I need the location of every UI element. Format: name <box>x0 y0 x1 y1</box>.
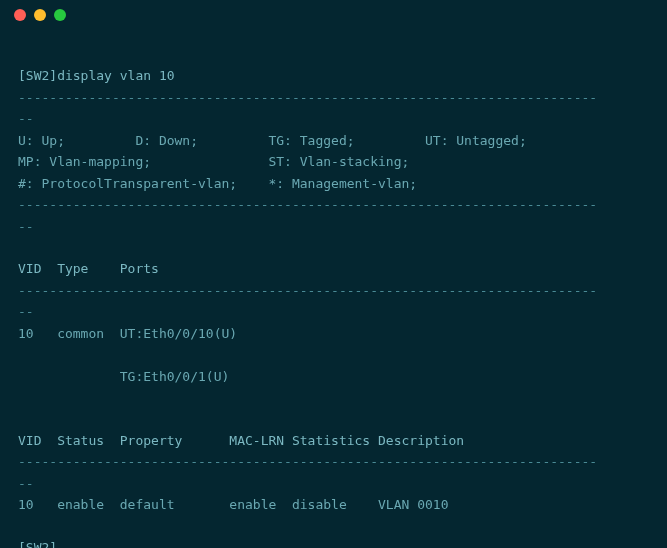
maximize-icon[interactable] <box>54 9 66 21</box>
close-icon[interactable] <box>14 9 26 21</box>
divider-tail: -- <box>18 476 34 491</box>
legend-line-2: MP: Vlan-mapping; ST: Vlan-stacking; <box>18 154 409 169</box>
divider-line: ----------------------------------------… <box>18 197 597 212</box>
table1-header: VID Type Ports <box>18 261 159 276</box>
end-prompt[interactable]: [SW2] <box>18 540 57 548</box>
terminal-window: [SW2]display vlan 10 -------------------… <box>0 0 667 548</box>
terminal-output: [SW2]display vlan 10 -------------------… <box>0 30 667 548</box>
divider-line: ----------------------------------------… <box>18 454 597 469</box>
divider-tail: -- <box>18 219 34 234</box>
command-text: display vlan 10 <box>57 68 174 83</box>
table2-row: 10 enable default enable disable VLAN 00… <box>18 497 448 512</box>
divider-line: ----------------------------------------… <box>18 283 597 298</box>
divider-tail: -- <box>18 111 34 126</box>
table1-row: TG:Eth0/0/1(U) <box>18 369 229 384</box>
legend-line-1: U: Up; D: Down; TG: Tagged; UT: Untagged… <box>18 133 527 148</box>
table2-header: VID Status Property MAC-LRN Statistics D… <box>18 433 464 448</box>
divider-line: ----------------------------------------… <box>18 90 597 105</box>
window-titlebar <box>0 0 667 30</box>
divider-tail: -- <box>18 304 34 319</box>
legend-line-3: #: ProtocolTransparent-vlan; *: Manageme… <box>18 176 417 191</box>
prompt: [SW2] <box>18 68 57 83</box>
minimize-icon[interactable] <box>34 9 46 21</box>
table1-row: 10 common UT:Eth0/0/10(U) <box>18 326 237 341</box>
